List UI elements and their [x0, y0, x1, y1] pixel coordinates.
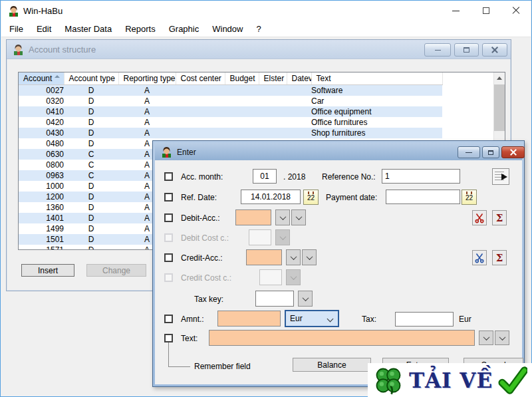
credit-acc-label: Credit-Acc.: [181, 253, 223, 263]
enter-dialog-title: Enter [177, 148, 196, 157]
acc-month-checkbox[interactable] [164, 172, 173, 181]
debit-acc-input[interactable] [235, 209, 271, 225]
maximize-icon[interactable] [471, 1, 501, 21]
text-checkbox[interactable] [164, 334, 173, 342]
menu-window[interactable]: Window [205, 21, 249, 37]
close-icon[interactable] [501, 146, 525, 158]
payment-date-input[interactable] [386, 190, 460, 204]
close-icon[interactable] [482, 43, 507, 57]
table-cell: 1401 [19, 213, 64, 223]
chevron-down-icon [286, 269, 301, 285]
restore-icon[interactable] [482, 146, 499, 158]
minimize-icon[interactable] [458, 146, 480, 158]
table-cell: D [64, 96, 118, 106]
chevron-down-icon[interactable] [275, 209, 290, 225]
remember-connector [168, 366, 190, 367]
table-cell: 1360 [19, 202, 64, 213]
sum-button[interactable]: Σ [492, 210, 507, 225]
account-window-title: Account structure [29, 45, 96, 55]
minimize-icon[interactable] [424, 43, 451, 57]
table-cell [176, 128, 225, 138]
table-cell: 1499 [19, 223, 64, 234]
chevron-down-icon[interactable] [291, 209, 306, 225]
table-cell [287, 96, 311, 106]
tax-key-input[interactable] [255, 291, 294, 307]
ref-date-checkbox[interactable] [164, 193, 173, 201]
close-icon[interactable] [501, 1, 531, 21]
tax-input[interactable] [395, 312, 454, 327]
chevron-down-icon[interactable] [286, 249, 301, 265]
table-row[interactable]: 0027DASoftware [19, 84, 442, 96]
table-cell [259, 128, 287, 138]
table-cell [259, 117, 287, 128]
text-input[interactable] [209, 330, 475, 346]
download-badge[interactable]: TẢI VỀ [368, 363, 532, 397]
minimize-icon[interactable] [441, 1, 471, 21]
table-cell: 1571 [19, 245, 64, 251]
table-cell [259, 106, 287, 117]
table-cell: 0320 [19, 96, 64, 106]
acc-month-input[interactable] [253, 169, 277, 184]
calendar-icon[interactable]: 22 [303, 190, 319, 205]
balance-button[interactable]: Balance [293, 358, 371, 372]
table-cell: Software [311, 84, 442, 96]
ref-date-label: Ref. Date: [181, 193, 217, 202]
menu-help[interactable]: ? [249, 21, 267, 37]
menu-reports[interactable]: Reports [118, 21, 162, 37]
column-header-reporting-type[interactable]: Reporting type [118, 72, 176, 84]
tax-key-label: Tax key: [194, 295, 223, 304]
sigma-icon: Σ [496, 252, 503, 264]
menu-edit[interactable]: Edit [30, 21, 58, 37]
column-header-datev[interactable]: Datev [287, 72, 311, 84]
table-cell: C [64, 160, 118, 170]
menu-file[interactable]: File [3, 21, 30, 37]
calendar-icon[interactable]: 22 [462, 190, 477, 205]
table-row[interactable]: 0420DAOffice furnitures [19, 117, 442, 128]
tax-label: Tax: [362, 315, 376, 324]
main-window: Win-HaBu File Edit Master Data Reports G… [0, 0, 532, 397]
currency-combobox[interactable]: Eur [285, 310, 339, 327]
change-button[interactable]: Change [86, 264, 146, 277]
column-header-budget[interactable]: Budget [225, 72, 259, 84]
chevron-down-icon[interactable] [302, 249, 317, 265]
table-cell: D [64, 234, 118, 245]
split-booking-button[interactable] [472, 210, 487, 225]
chevron-down-icon[interactable] [298, 291, 313, 307]
column-header-text[interactable]: Text [311, 72, 442, 84]
scrollbar-thumb[interactable] [494, 84, 505, 131]
table-cell: 0630 [19, 149, 64, 160]
table-cell: D [64, 181, 118, 192]
insert-button[interactable]: Insert [21, 264, 74, 277]
debit-acc-checkbox[interactable] [164, 213, 173, 222]
credit-acc-checkbox[interactable] [164, 253, 173, 262]
account-window-titlebar[interactable]: Account structure [7, 40, 511, 59]
table-row[interactable]: 0410DAOffice equipment [19, 106, 442, 117]
ref-date-input[interactable] [241, 190, 301, 204]
chevron-down-icon[interactable] [479, 331, 493, 345]
scroll-up-icon[interactable] [494, 72, 505, 84]
split-booking-button[interactable] [472, 250, 487, 265]
menu-master-data[interactable]: Master Data [58, 21, 118, 37]
menu-graphic[interactable]: Graphic [162, 21, 206, 37]
credit-acc-input[interactable] [246, 249, 282, 265]
enter-dialog-titlebar[interactable]: Enter [155, 143, 522, 160]
table-row[interactable]: 0320DACar [19, 96, 442, 106]
reference-no-input[interactable] [382, 169, 460, 184]
column-header-account-type[interactable]: Account type [64, 72, 118, 84]
restore-icon[interactable] [454, 43, 479, 57]
amount-checkbox[interactable] [164, 315, 173, 323]
app-icon [13, 44, 24, 55]
clover-icon [373, 365, 404, 396]
enter-dialog: Enter Acc. month: . 2018 Reference No.: … [152, 140, 525, 387]
sum-button[interactable]: Σ [492, 250, 507, 265]
amount-input[interactable] [217, 311, 281, 327]
table-row[interactable]: 0430DAShop furnitures [19, 128, 442, 138]
column-header-account[interactable]: Account [19, 72, 64, 84]
document-list-button[interactable] [492, 168, 509, 185]
table-cell: Office furnitures [311, 117, 442, 128]
sort-ascending-icon [55, 75, 60, 78]
column-header-cost-center[interactable]: Cost center [176, 72, 225, 84]
chevron-down-icon[interactable] [495, 331, 509, 345]
app-icon [161, 146, 172, 158]
column-header-elster[interactable]: Elster [259, 72, 287, 84]
